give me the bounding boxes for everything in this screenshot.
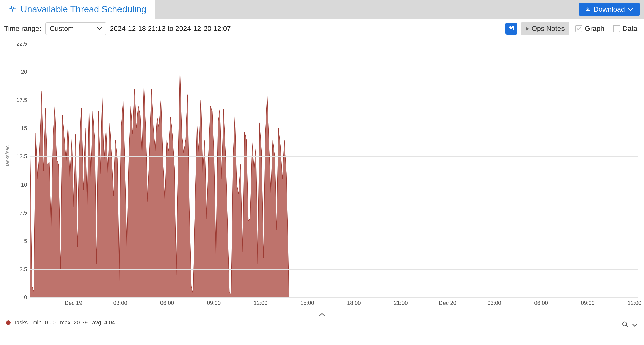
y-tick: 2.5 [12,266,27,273]
x-axis-ticks: Dec 1903:0006:0009:0012:0015:0018:0021:0… [30,300,638,310]
y-tick: 17.5 [12,97,27,103]
x-tick: 18:00 [347,300,361,306]
chevron-down-icon [628,6,633,13]
x-tick: 06:00 [534,300,548,306]
header-bar: Unavailable Thread Scheduling Download [0,0,644,19]
data-label: Data [623,25,637,33]
chart-area: tasks/sec 02.557.51012.51517.52022.5 Dec… [6,44,638,310]
x-tick: 09:00 [581,300,595,306]
x-tick: 12:00 [254,300,267,306]
x-tick: Dec 20 [439,300,456,306]
y-axis-label: tasks/sec [5,145,10,166]
x-tick: 06:00 [160,300,174,306]
svg-line-8 [626,325,628,327]
graph-toggle[interactable]: Graph [573,25,607,33]
pulse-icon [9,6,16,13]
svg-rect-5 [511,28,512,29]
checkbox-checked-icon [575,25,582,32]
download-label: Download [593,5,625,13]
y-tick: 10 [12,182,27,188]
y-tick: 22.5 [12,40,27,47]
svg-point-7 [623,322,627,326]
y-tick: 5 [12,238,27,244]
x-tick: 03:00 [113,300,127,306]
chevron-down-icon [97,25,102,32]
legend: Tasks - min=0.00 | max=20.39 | avg=4.04 [6,319,638,326]
data-toggle[interactable]: Data [611,25,640,33]
time-range-label: Time range: [4,25,41,33]
y-tick: 12.5 [12,153,27,160]
active-tab[interactable]: Unavailable Thread Scheduling [0,0,155,19]
download-icon [585,5,590,13]
time-range-text: 2024-12-18 21:13 to 2024-12-20 12:07 [110,25,231,33]
x-tick: 21:00 [394,300,408,306]
chart-series-area [30,44,638,297]
calendar-button[interactable] [505,23,517,35]
download-button[interactable]: Download [579,3,640,16]
chart-plot[interactable]: 02.557.51012.51517.52022.5 [30,44,638,298]
svg-marker-6 [526,27,529,31]
checkbox-empty-icon [613,25,620,32]
ops-notes-button[interactable]: Ops Notes [521,22,569,35]
zoom-icon[interactable] [622,321,628,329]
chevron-down-icon[interactable] [632,321,638,329]
x-tick: 15:00 [300,300,314,306]
y-tick: 15 [12,125,27,132]
footer-divider [6,312,638,315]
legend-swatch [6,320,11,325]
graph-label: Graph [585,25,605,33]
tab-title: Unavailable Thread Scheduling [21,4,146,15]
expand-chevron-up-icon[interactable] [318,311,326,319]
x-tick: Dec 19 [65,300,82,306]
y-tick: 7.5 [12,210,27,216]
x-tick: 09:00 [207,300,221,306]
time-range-value: Custom [50,25,74,33]
y-tick: 20 [12,69,27,75]
controls-row: Time range: Custom 2024-12-18 21:13 to 2… [0,19,644,39]
right-controls: Ops Notes Graph Data [505,22,640,35]
y-tick: 0 [12,294,27,301]
svg-rect-4 [510,28,511,29]
x-tick: 12:00 [628,300,641,306]
calendar-icon [508,25,514,32]
ops-notes-label: Ops Notes [532,25,565,33]
x-tick: 03:00 [487,300,501,306]
legend-stats: Tasks - min=0.00 | max=20.39 | avg=4.04 [14,319,115,326]
chart-footer-tools [622,321,638,329]
time-range-select[interactable]: Custom [45,22,106,35]
play-icon [526,25,529,33]
